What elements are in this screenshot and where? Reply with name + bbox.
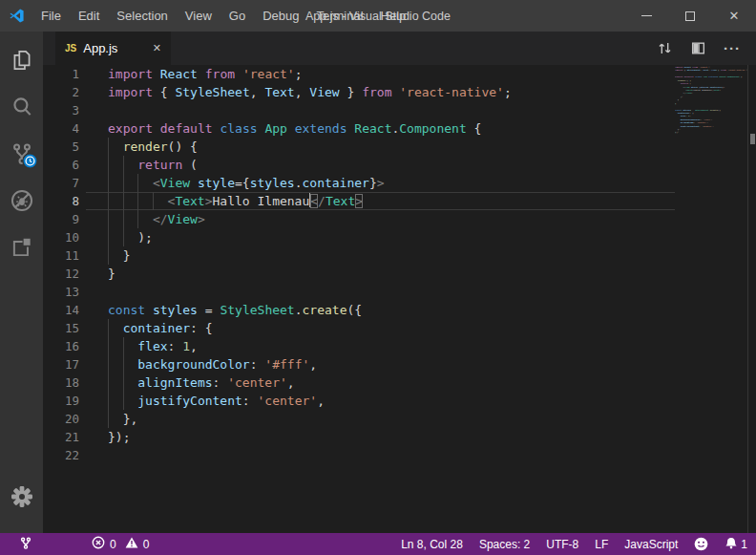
line-number: 14	[43, 301, 86, 319]
line-number: 11	[43, 246, 86, 265]
indent-guide	[108, 410, 123, 428]
line-number: 2	[43, 83, 86, 101]
code-line-content[interactable]: alignItems: 'center',	[86, 374, 675, 392]
split-editor-icon[interactable]	[690, 40, 706, 56]
editor: 1import React from 'react';2import { Sty…	[43, 65, 756, 533]
code-line-10: 10);	[43, 228, 675, 246]
indent-guide	[137, 192, 153, 210]
code-line-13: 13	[43, 283, 675, 301]
line-number: 15	[43, 319, 86, 337]
tab-appjs[interactable]: JS App.js ✕	[55, 32, 171, 65]
menu-selection[interactable]: Selection	[108, 0, 176, 32]
code-line-content[interactable]: </View>	[86, 210, 675, 228]
indent-guide	[123, 174, 138, 192]
code-line-content[interactable]	[86, 283, 675, 301]
encoding-status[interactable]: UTF-8	[546, 538, 578, 551]
minimap[interactable]: import React from 'react';import { Style…	[675, 65, 747, 533]
code-line-content[interactable]: render() {	[86, 138, 675, 156]
problems-status[interactable]: 0 0	[92, 536, 149, 552]
source-control-clock-badge-icon	[22, 153, 38, 173]
line-number: 21	[43, 428, 86, 446]
settings-button[interactable]	[0, 475, 43, 522]
menu-go[interactable]: Go	[220, 0, 254, 32]
maximize-button[interactable]	[668, 0, 712, 32]
code-line-1: 1import React from 'react';	[43, 65, 675, 83]
menu-file[interactable]: File	[32, 0, 70, 32]
menu-edit[interactable]: Edit	[70, 0, 108, 32]
code-line-content[interactable]: );	[86, 228, 675, 246]
menu-terminal[interactable]: Terminal	[307, 0, 371, 32]
code-line-content[interactable]: }	[86, 265, 675, 283]
code-line-content[interactable]: flex: 1,	[86, 337, 675, 355]
cursor-position-status[interactable]: Ln 8, Col 28	[401, 538, 463, 551]
warning-count: 0	[143, 538, 150, 551]
indent-guide	[123, 337, 138, 355]
code-line-22: 22	[43, 446, 675, 464]
error-icon	[92, 536, 105, 552]
code-line-6: 6return (	[43, 156, 675, 174]
code-line-content[interactable]: import { StyleSheet, Text, View } from '…	[86, 83, 675, 101]
code-line-content[interactable]: <Text>Hallo Ilmenau</Text>	[86, 192, 675, 210]
extensions-icon	[10, 235, 34, 264]
code-line-content[interactable]	[86, 101, 675, 119]
indentation-status[interactable]: Spaces: 2	[479, 538, 530, 551]
indent-guide	[108, 192, 123, 210]
minimap-line	[675, 134, 747, 137]
sidebar-item-source-control[interactable]	[0, 132, 43, 179]
menu-view[interactable]: View	[177, 0, 220, 32]
code-line-content[interactable]: return (	[86, 156, 675, 174]
warning-icon	[125, 536, 138, 552]
notifications-status[interactable]: 1	[724, 536, 747, 553]
close-button[interactable]: ✕	[712, 0, 756, 32]
js-file-icon: JS	[65, 43, 76, 53]
code-line-content[interactable]: },	[86, 410, 675, 428]
sidebar-item-search[interactable]	[0, 85, 43, 132]
code-line-20: 20},	[43, 410, 675, 428]
code-line-14: 14const styles = StyleSheet.create({	[43, 301, 675, 319]
sidebar-item-debug[interactable]	[0, 179, 43, 225]
code-line-21: 21});	[43, 428, 675, 446]
line-number: 4	[43, 119, 86, 138]
minimize-button[interactable]	[624, 0, 668, 32]
line-number: 18	[43, 374, 86, 392]
indent-guide	[108, 319, 123, 337]
code-line-17: 17backgroundColor: '#fff',	[43, 355, 675, 374]
git-branch-status[interactable]	[19, 536, 32, 553]
code-line-content[interactable]: backgroundColor: '#fff',	[86, 355, 675, 374]
line-number: 3	[43, 101, 86, 119]
tab-label: App.js	[83, 41, 117, 55]
tab-close-icon[interactable]: ✕	[153, 42, 161, 54]
code-line-12: 12}	[43, 265, 675, 283]
bell-icon	[724, 536, 738, 553]
code-line-content[interactable]: justifyContent: 'center',	[86, 392, 675, 410]
sidebar-item-extensions[interactable]	[0, 225, 43, 272]
menu-debug[interactable]: Debug	[254, 0, 307, 32]
smiley-feedback-icon[interactable]	[694, 537, 708, 551]
line-number: 7	[43, 174, 86, 192]
indent-guide	[108, 174, 123, 192]
code-line-content[interactable]: const styles = StyleSheet.create({	[86, 301, 675, 319]
code-line-9: 9</View>	[43, 210, 675, 228]
indent-guide	[108, 337, 123, 355]
code-line-content[interactable]: });	[86, 428, 675, 446]
indent-guide	[108, 392, 123, 410]
menu-help[interactable]: Help	[372, 0, 415, 32]
tab-bar: JS App.js ✕ ···	[43, 32, 756, 65]
code-line-content[interactable]	[86, 446, 675, 464]
indent-guide	[137, 210, 153, 228]
eol-status[interactable]: LF	[595, 538, 608, 551]
language-status[interactable]: JavaScript	[624, 538, 678, 551]
more-actions-icon[interactable]: ···	[724, 40, 741, 56]
indent-guide	[123, 355, 138, 374]
code-line-content[interactable]: import React from 'react';	[86, 65, 675, 83]
open-changes-icon[interactable]	[657, 40, 673, 56]
code-line-content[interactable]: container: {	[86, 319, 675, 337]
sidebar-item-explorer[interactable]	[0, 38, 43, 85]
code-line-content[interactable]: }	[86, 246, 675, 265]
code-area[interactable]: 1import React from 'react';2import { Sty…	[43, 65, 675, 533]
overview-ruler	[747, 65, 756, 533]
notification-count: 1	[741, 538, 747, 551]
title-bar: FileEditSelectionViewGoDebugTerminalHelp…	[0, 0, 756, 32]
code-line-content[interactable]: export default class App extends React.C…	[86, 119, 675, 138]
code-line-content[interactable]: <View style={styles.container}>	[86, 174, 675, 192]
